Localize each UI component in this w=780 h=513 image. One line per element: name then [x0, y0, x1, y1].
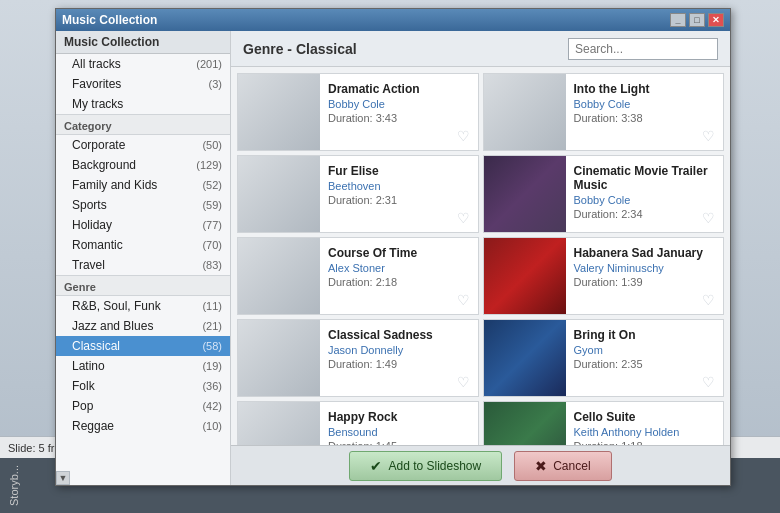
- track-artist-4: Alex Stoner: [328, 262, 470, 274]
- close-button[interactable]: ✕: [708, 13, 724, 27]
- maximize-button[interactable]: □: [689, 13, 705, 27]
- track-card-8[interactable]: Happy Rock Bensound Duration: 1:45 ♡: [237, 401, 479, 445]
- track-heart-2[interactable]: ♡: [457, 210, 470, 226]
- track-thumb-0: [238, 74, 320, 150]
- classical-label: Classical: [72, 339, 202, 353]
- track-duration-1: Duration: 3:38: [574, 112, 716, 124]
- jazz-count: (21): [202, 320, 222, 332]
- track-artist-7: Gyom: [574, 344, 716, 356]
- sidebar-item-pop[interactable]: Pop (42): [56, 396, 230, 416]
- track-card-4[interactable]: Course Of Time Alex Stoner Duration: 2:1…: [237, 237, 479, 315]
- sidebar-item-latino[interactable]: Latino (19): [56, 356, 230, 376]
- track-name-3: Cinematic Movie Trailer Music: [574, 164, 716, 192]
- track-heart-1[interactable]: ♡: [702, 128, 715, 144]
- sidebar-item-travel[interactable]: Travel (83): [56, 255, 230, 275]
- track-duration-4: Duration: 2:18: [328, 276, 470, 288]
- storyboard-label: Storyb...: [8, 465, 20, 506]
- sidebar-item-holiday[interactable]: Holiday (77): [56, 215, 230, 235]
- genre-header: Genre - Classical: [231, 31, 730, 67]
- sidebar-scroll[interactable]: All tracks (201) Favorites (3) My tracks…: [56, 54, 230, 471]
- dialog-title: Music Collection: [62, 13, 670, 27]
- track-artist-3: Bobby Cole: [574, 194, 716, 206]
- holiday-count: (77): [202, 219, 222, 231]
- sidebar-item-favorites[interactable]: Favorites (3): [56, 74, 230, 94]
- track-thumb-5: [484, 238, 566, 314]
- track-name-9: Cello Suite: [574, 410, 716, 424]
- sidebar-item-classical[interactable]: Classical (58): [56, 336, 230, 356]
- rnb-label: R&B, Soul, Funk: [72, 299, 202, 313]
- reggae-count: (10): [202, 420, 222, 432]
- track-duration-2: Duration: 2:31: [328, 194, 470, 206]
- track-artist-8: Bensound: [328, 426, 470, 438]
- track-duration-5: Duration: 1:39: [574, 276, 716, 288]
- favorites-label: Favorites: [72, 77, 209, 91]
- sidebar-item-rnb[interactable]: R&B, Soul, Funk (11): [56, 296, 230, 316]
- track-heart-0[interactable]: ♡: [457, 128, 470, 144]
- sidebar-item-my-tracks[interactable]: My tracks: [56, 94, 230, 114]
- track-thumb-1: [484, 74, 566, 150]
- track-card-7[interactable]: Bring it On Gyom Duration: 2:35 ♡: [483, 319, 725, 397]
- track-duration-3: Duration: 2:34: [574, 208, 716, 220]
- search-input[interactable]: [568, 38, 718, 60]
- title-bar-buttons: _ □ ✕: [670, 13, 724, 27]
- track-artist-6: Jason Donnelly: [328, 344, 470, 356]
- background-count: (129): [196, 159, 222, 171]
- track-name-7: Bring it On: [574, 328, 716, 342]
- track-grid[interactable]: Dramatic Action Bobby Cole Duration: 3:4…: [231, 67, 730, 445]
- sidebar: Music Collection All tracks (201) Favori…: [56, 31, 231, 485]
- sidebar-scroll-down[interactable]: ▼: [56, 471, 70, 485]
- bottom-bar: ✔ Add to Slideshow ✖ Cancel: [231, 445, 730, 485]
- track-card-1[interactable]: Into the Light Bobby Cole Duration: 3:38…: [483, 73, 725, 151]
- sidebar-item-all-tracks[interactable]: All tracks (201): [56, 54, 230, 74]
- track-heart-4[interactable]: ♡: [457, 292, 470, 308]
- classical-count: (58): [202, 340, 222, 352]
- track-card-5[interactable]: Habanera Sad January Valery Niminuschy D…: [483, 237, 725, 315]
- track-name-0: Dramatic Action: [328, 82, 470, 96]
- track-info-7: Bring it On Gyom Duration: 2:35: [566, 320, 724, 396]
- all-tracks-count: (201): [196, 58, 222, 70]
- track-card-0[interactable]: Dramatic Action Bobby Cole Duration: 3:4…: [237, 73, 479, 151]
- rnb-count: (11): [202, 300, 222, 312]
- sidebar-item-romantic[interactable]: Romantic (70): [56, 235, 230, 255]
- sidebar-item-folk[interactable]: Folk (36): [56, 376, 230, 396]
- track-thumb-2: [238, 156, 320, 232]
- jazz-label: Jazz and Blues: [72, 319, 202, 333]
- all-tracks-label: All tracks: [72, 57, 196, 71]
- track-thumb-6: [238, 320, 320, 396]
- corporate-count: (50): [202, 139, 222, 151]
- cancel-button[interactable]: ✖ Cancel: [514, 451, 611, 481]
- sidebar-item-corporate[interactable]: Corporate (50): [56, 135, 230, 155]
- track-heart-7[interactable]: ♡: [702, 374, 715, 390]
- music-lines-1: [517, 93, 533, 131]
- genre-title: Genre - Classical: [243, 41, 568, 57]
- track-card-3[interactable]: Cinematic Movie Trailer Music Bobby Cole…: [483, 155, 725, 233]
- track-info-0: Dramatic Action Bobby Cole Duration: 3:4…: [320, 74, 478, 150]
- track-duration-6: Duration: 1:49: [328, 358, 470, 370]
- track-info-8: Happy Rock Bensound Duration: 1:45: [320, 402, 478, 445]
- track-card-2[interactable]: Fur Elise Beethoven Duration: 2:31 ♡: [237, 155, 479, 233]
- track-card-9[interactable]: Cello Suite Keith Anthony Holden Duratio…: [483, 401, 725, 445]
- sidebar-item-family[interactable]: Family and Kids (52): [56, 175, 230, 195]
- track-heart-3[interactable]: ♡: [702, 210, 715, 226]
- favorites-count: (3): [209, 78, 222, 90]
- track-heart-6[interactable]: ♡: [457, 374, 470, 390]
- sidebar-item-reggae[interactable]: Reggae (10): [56, 416, 230, 436]
- track-card-6[interactable]: Classical Sadness Jason Donnelly Duratio…: [237, 319, 479, 397]
- track-thumb-3: [484, 156, 566, 232]
- romantic-label: Romantic: [72, 238, 202, 252]
- track-info-6: Classical Sadness Jason Donnelly Duratio…: [320, 320, 478, 396]
- reggae-label: Reggae: [72, 419, 202, 433]
- add-to-slideshow-button[interactable]: ✔ Add to Slideshow: [349, 451, 502, 481]
- minimize-button[interactable]: _: [670, 13, 686, 27]
- sidebar-item-background[interactable]: Background (129): [56, 155, 230, 175]
- track-thumb-4: [238, 238, 320, 314]
- track-heart-5[interactable]: ♡: [702, 292, 715, 308]
- sidebar-item-sports[interactable]: Sports (59): [56, 195, 230, 215]
- sidebar-header: Music Collection: [56, 31, 230, 54]
- sidebar-item-jazz[interactable]: Jazz and Blues (21): [56, 316, 230, 336]
- background-label: Background: [72, 158, 196, 172]
- music-lines-6: [271, 339, 287, 377]
- music-lines-0: [271, 93, 287, 131]
- track-name-5: Habanera Sad January: [574, 246, 716, 260]
- music-lines-8: [271, 421, 287, 445]
